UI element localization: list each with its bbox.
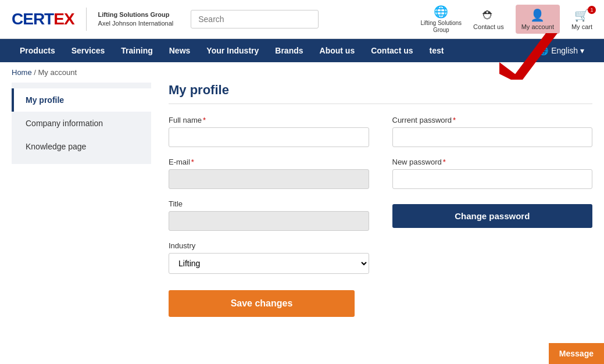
my-account-label: My account [521,23,554,30]
nav-item-about-us[interactable]: About us [312,39,363,62]
contact-us-label: Contact us [473,23,504,30]
breadcrumb-home[interactable]: Home [12,68,32,77]
logo-divider [86,8,87,31]
logo-ex: EX [53,10,74,28]
my-cart-icon-item[interactable]: 🛒 1 My cart [571,8,592,30]
main-content: My profile Company information Knowledge… [0,83,604,329]
email-input [169,169,369,189]
current-password-label: Current password* [392,116,593,124]
helmet-icon: ⛑ [483,9,494,22]
current-password-required: * [453,116,456,124]
top-icons: 🌐 Lifting SolutionsGroup ⛑ Contact us 👤 … [420,5,592,34]
title-label: Title [169,199,369,208]
nav-items: Products Services Training News Your Ind… [12,39,530,62]
nav-item-training[interactable]: Training [113,39,160,62]
logo: CERTEX Lifting Solutions Group Axel John… [12,8,173,31]
new-password-required: * [443,158,446,166]
full-name-required: * [203,116,206,124]
save-changes-button[interactable]: Save changes [169,290,355,317]
breadcrumb-separator: / [32,68,38,77]
email-label: E-mail* [169,158,369,166]
nav-item-contact-us[interactable]: Contact us [363,39,421,62]
form-group-current-password: Current password* [392,116,593,147]
new-password-input[interactable] [392,169,593,189]
logo-subtitle: Lifting Solutions Group Axel Johnson Int… [98,10,174,28]
breadcrumb: Home / My account [0,62,604,83]
sidebar-item-company-information[interactable]: Company information [12,112,151,135]
search-input[interactable] [191,10,319,28]
lifting-solutions-label: Lifting SolutionsGroup [420,20,462,34]
industry-label: Industry [169,241,369,250]
cart-icon: 🛒 [574,8,589,22]
language-selector[interactable]: 🌐 English ▾ [530,39,592,62]
account-icon: 👤 [530,8,545,22]
form-group-change-password: Change password [392,199,593,228]
contact-us-icon-item[interactable]: ⛑ Contact us [473,9,504,30]
language-label: English ▾ [551,46,584,55]
cart-badge: 1 [588,6,596,14]
breadcrumb-current: My account [38,68,77,77]
form-group-new-password: New password* [392,158,593,189]
form-right-column: Current password* New password* Change p… [392,116,593,317]
nav-item-test[interactable]: test [421,39,452,62]
form-group-email: E-mail* [169,158,369,189]
nav-item-news[interactable]: News [161,39,199,62]
full-name-input[interactable] [169,127,369,147]
form-group-industry: Industry Lifting Other [169,241,369,274]
email-required: * [191,158,194,166]
title-input [169,211,369,231]
logo-text: CERTEX [12,10,74,28]
industry-select[interactable]: Lifting Other [169,253,369,274]
form-group-title: Title [169,199,369,231]
change-password-button[interactable]: Change password [392,204,593,228]
nav-item-products[interactable]: Products [12,39,63,62]
search-bar [191,10,319,28]
nav-bar: Products Services Training News Your Ind… [0,39,604,62]
current-password-input[interactable] [392,127,593,147]
profile-area: My profile Full name* E-mail* Title [169,83,592,317]
sidebar-item-my-profile[interactable]: My profile [12,88,151,112]
nav-item-brands[interactable]: Brands [267,39,311,62]
globe-icon: 🌐 [434,5,448,19]
sidebar: My profile Company information Knowledge… [12,83,151,164]
profile-form-grid: Full name* E-mail* Title Industry [169,116,592,317]
lifting-solutions-icon-item[interactable]: 🌐 Lifting SolutionsGroup [420,5,462,34]
nav-item-your-industry[interactable]: Your Industry [198,39,267,62]
logo-cert: CERT [12,10,53,28]
form-left-column: Full name* E-mail* Title Industry [169,116,369,317]
my-account-icon-item[interactable]: 👤 My account [516,5,560,34]
sidebar-item-knowledge-page[interactable]: Knowledge page [12,135,151,158]
new-password-label: New password* [392,158,593,166]
language-icon: 🌐 [538,46,548,55]
full-name-label: Full name* [169,116,369,124]
nav-item-services[interactable]: Services [63,39,113,62]
top-header: CERTEX Lifting Solutions Group Axel John… [0,0,604,39]
profile-title: My profile [169,83,592,104]
my-cart-label: My cart [571,23,592,30]
form-group-full-name: Full name* [169,116,369,147]
